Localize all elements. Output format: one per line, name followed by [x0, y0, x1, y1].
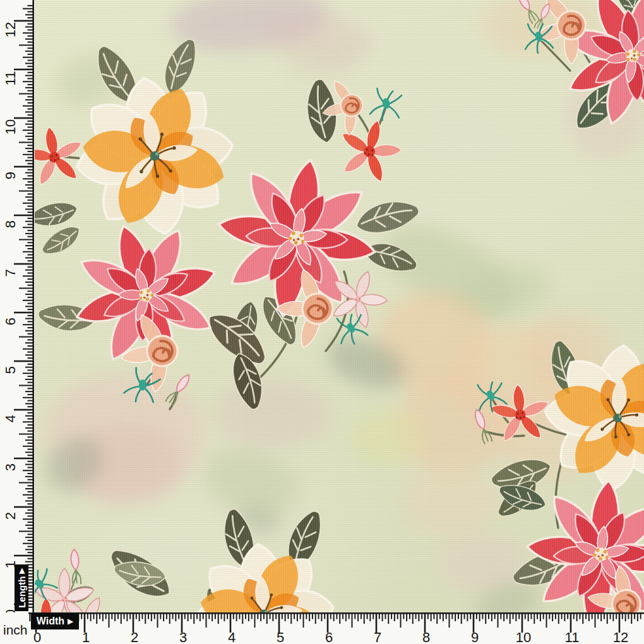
svg-text:6: 6 [325, 629, 333, 644]
svg-text:12: 12 [613, 629, 628, 644]
svg-text:1: 1 [82, 629, 90, 644]
svg-text:8: 8 [3, 220, 18, 228]
bouquet-top-right [516, 0, 644, 152]
pale-rosebud [165, 373, 193, 406]
svg-text:4: 4 [3, 415, 18, 422]
teal-bud-icon [369, 88, 403, 123]
length-arrow-icon: ▶ [18, 568, 25, 573]
red-peony [537, 0, 644, 152]
red-blossom [330, 112, 408, 188]
olive-leaf-icon [353, 196, 421, 237]
svg-text:3: 3 [179, 629, 187, 644]
unit-label: inch [3, 623, 28, 638]
svg-text:11: 11 [565, 629, 580, 644]
pale-rosebud [472, 408, 492, 444]
olive-leaf-icon [361, 237, 421, 278]
horizontal-ruler: inch 0123456789101112 [0, 612, 644, 644]
svg-text:12: 12 [3, 22, 18, 37]
bouquet-main [19, 35, 422, 412]
horizontal-ruler-ticks: 0123456789101112 [0, 612, 644, 644]
svg-text:8: 8 [422, 629, 430, 644]
svg-text:9: 9 [3, 172, 18, 179]
svg-text:10: 10 [516, 629, 531, 644]
width-label: Width ▶ [31, 613, 79, 629]
svg-text:6: 6 [3, 318, 18, 325]
svg-text:2: 2 [3, 512, 18, 520]
svg-text:10: 10 [3, 119, 18, 134]
vertical-ruler-ticks: 0123456789101112 [0, 0, 35, 612]
floral-print [0, 0, 644, 644]
fabric-swatch-photo: 0123456789101112 inch 0123456789101112 L… [0, 0, 644, 644]
pale-rosebud [516, 0, 539, 23]
svg-text:5: 5 [3, 366, 18, 374]
svg-text:7: 7 [374, 629, 381, 644]
svg-text:11: 11 [3, 71, 18, 86]
yellow-rose [66, 68, 244, 245]
svg-text:5: 5 [277, 629, 284, 644]
bouquet-right [472, 338, 644, 644]
svg-text:4: 4 [228, 629, 236, 644]
svg-text:0: 0 [33, 629, 41, 644]
vertical-ruler: 0123456789101112 [0, 0, 35, 612]
svg-text:7: 7 [3, 269, 18, 277]
svg-text:2: 2 [131, 629, 138, 644]
length-label-text: Length [16, 576, 27, 608]
svg-text:3: 3 [3, 463, 18, 471]
width-arrow-icon: ▶ [68, 617, 73, 625]
olive-leaf-icon [157, 35, 203, 98]
olive-leaf-icon [38, 222, 84, 259]
olive-leaf-icon [28, 200, 80, 229]
svg-text:9: 9 [471, 629, 479, 644]
width-label-text: Width [37, 616, 64, 627]
length-label: Length ▶ [15, 564, 28, 611]
